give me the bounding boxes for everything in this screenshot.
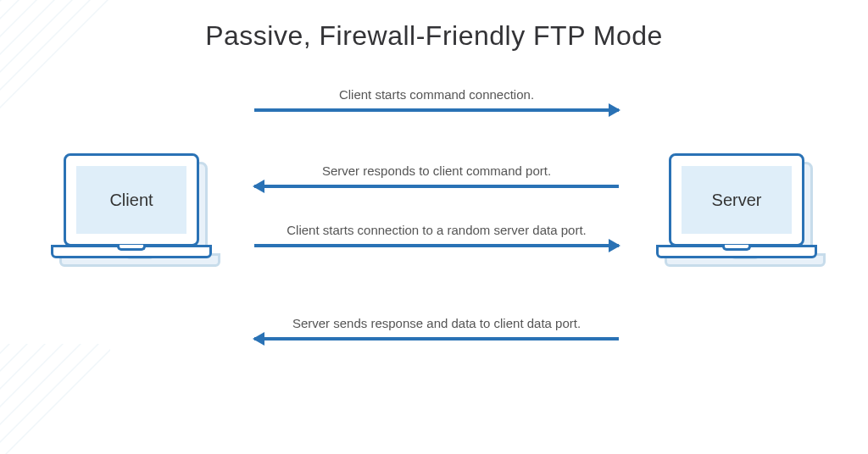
arrow-left-icon — [254, 185, 619, 188]
step-2: Server responds to client command port. — [254, 162, 619, 188]
step-4: Server sends response and data to client… — [254, 314, 619, 340]
diagram-title: Passive, Firewall-Friendly FTP Mode — [0, 0, 868, 52]
server-laptop: . Server — [656, 153, 817, 289]
arrow-left-icon — [254, 337, 619, 340]
client-label: Client — [76, 166, 186, 234]
svg-line-3 — [0, 0, 69, 69]
step-3: Client starts connection to a random ser… — [254, 221, 619, 247]
arrow-right-icon — [254, 244, 619, 247]
svg-line-0 — [0, 0, 15, 15]
step-4-label: Server sends response and data to client… — [254, 314, 619, 332]
arrow-right-icon — [254, 108, 619, 112]
step-1-label: Client starts command connection. — [254, 86, 619, 103]
svg-line-1 — [0, 0, 33, 33]
client-laptop: . Client — [51, 153, 212, 289]
diagram-canvas: . Client . Server Client starts command … — [0, 69, 868, 454]
step-1: Client starts command connection. — [254, 86, 619, 112]
step-3-label: Client starts connection to a random ser… — [254, 221, 619, 239]
server-label: Server — [682, 166, 792, 234]
step-2-label: Server responds to client command port. — [254, 162, 619, 180]
svg-line-2 — [0, 0, 51, 51]
